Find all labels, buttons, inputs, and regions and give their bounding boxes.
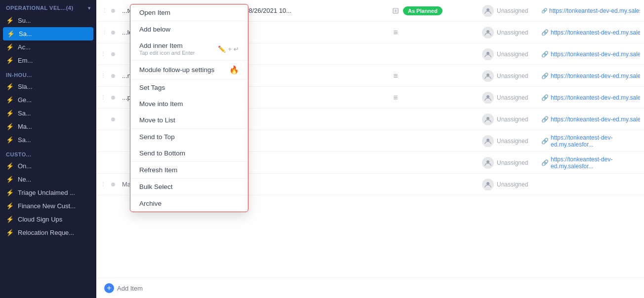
menu-item-label: Module follow-up settings xyxy=(139,66,214,74)
sidebar-item-tr[interactable]: ⚡ Triage Unclaimed ... xyxy=(0,186,96,199)
sidebar-item-re[interactable]: ⚡ Relocation Reque... xyxy=(0,226,96,239)
context-menu-item-open-item[interactable]: Open Item xyxy=(130,4,248,21)
sidebar-item-label: Sla... xyxy=(18,83,33,90)
menu-item-label: Open Item xyxy=(139,9,170,16)
menu-item-label: Add inner Item xyxy=(139,42,195,49)
context-menu-item-bulk-select[interactable]: Bulk Select xyxy=(130,179,248,195)
table-area: ⋮ ...tory using 'Create NDA & Send to Le… xyxy=(96,0,644,278)
menu-item-label: Move into Item xyxy=(139,100,183,108)
section-header-label: OPERATIONAL VEL...(4) xyxy=(6,5,74,11)
menu-item-label: Set Tags xyxy=(139,84,165,91)
sidebar-item-sa[interactable]: ⚡ Sa... xyxy=(3,27,93,40)
menu-item-label: Bulk Select xyxy=(139,183,173,190)
bolt-icon-blue: ⚡ xyxy=(7,30,15,37)
bolt-icon: ⚡ xyxy=(6,96,14,104)
menu-item-label: Add below xyxy=(139,26,170,33)
bolt-icon: ⚡ xyxy=(6,216,14,223)
edit-icon: ✏️ xyxy=(218,45,226,53)
menu-item-sublabel: Tap edit icon and Enter xyxy=(139,50,195,56)
custom-section-label: CUSTO... xyxy=(0,147,96,159)
sidebar-item-ge[interactable]: ⚡ Ge... xyxy=(0,93,96,107)
context-menu-item-move-to-list[interactable]: Move to List xyxy=(130,112,248,128)
bolt-icon: ⚡ xyxy=(6,229,14,236)
sidebar-item-cl[interactable]: ⚡ Cloud Sign Ups xyxy=(0,213,96,226)
in-house-section-label: IN-HOU... xyxy=(0,67,96,80)
menu-item-content: Add inner Item Tap edit icon and Enter xyxy=(139,42,195,56)
sidebar-item-label: Em... xyxy=(18,57,33,64)
bolt-icon: ⚡ xyxy=(6,110,14,117)
sidebar-item-label: Sa... xyxy=(18,136,31,144)
sidebar-item-sl[interactable]: ⚡ Sla... xyxy=(0,80,96,93)
context-menu-item-move-into-item[interactable]: Move into Item xyxy=(130,96,248,112)
sidebar-item-su[interactable]: ⚡ Su... xyxy=(0,14,96,27)
context-menu-item-module-follow-up[interactable]: Module follow-up settings 🔥 xyxy=(130,61,248,79)
main-content: ⋮ ...tory using 'Create NDA & Send to Le… xyxy=(96,0,644,298)
bolt-icon: ⚡ xyxy=(6,57,14,64)
sidebar-item-label: Ac... xyxy=(18,43,31,51)
sidebar-item-label: Sa... xyxy=(19,30,32,37)
context-menu: Open Item Add below Add inner Item Tap e… xyxy=(130,4,248,212)
sidebar-item-fi[interactable]: ⚡ Finance New Cust... xyxy=(0,199,96,213)
bolt-icon: ⚡ xyxy=(6,162,14,170)
sidebar-item-label: Ma... xyxy=(18,123,32,130)
add-icon: + xyxy=(104,283,114,293)
menu-item-label: Send to Bottom xyxy=(139,149,185,157)
sidebar-item-ne[interactable]: ⚡ Ne... xyxy=(0,173,96,186)
bolt-icon: ⚡ xyxy=(6,176,14,183)
menu-item-icons: ✏️ + ↵ xyxy=(218,45,239,53)
sidebar-item-ma[interactable]: ⚡ Ma... xyxy=(0,120,96,133)
context-menu-item-add-inner[interactable]: Add inner Item Tap edit icon and Enter ✏… xyxy=(130,37,248,60)
plus-icon: + xyxy=(228,45,232,53)
menu-item-label: Move to List xyxy=(139,116,175,124)
bolt-icon: ⚡ xyxy=(6,43,14,51)
menu-item-label: Refresh Item xyxy=(139,166,177,174)
bolt-icon: ⚡ xyxy=(6,202,14,210)
sidebar: OPERATIONAL VEL...(4) ▾ ⚡ Su... ⚡ Sa... … xyxy=(0,0,96,298)
context-menu-item-set-tags[interactable]: Set Tags xyxy=(130,79,248,96)
chevron-down-icon: ▾ xyxy=(88,5,91,11)
menu-item-label: Archive xyxy=(139,200,161,207)
sidebar-item-ac[interactable]: ⚡ Ac... xyxy=(0,40,96,54)
context-menu-item-archive[interactable]: Archive xyxy=(130,195,248,212)
context-menu-overlay: Open Item Add below Add inner Item Tap e… xyxy=(96,0,644,278)
sidebar-item-on[interactable]: ⚡ On... xyxy=(0,159,96,173)
sidebar-item-em[interactable]: ⚡ Em... xyxy=(0,54,96,67)
sidebar-item-sa2[interactable]: ⚡ Sa... xyxy=(0,107,96,120)
sidebar-item-label: Su... xyxy=(18,17,31,24)
sidebar-item-label: Cloud Sign Ups xyxy=(18,216,62,223)
menu-item-label: Send to Top xyxy=(139,133,175,141)
context-menu-item-refresh-item[interactable]: Refresh Item xyxy=(130,162,248,178)
bolt-icon: ⚡ xyxy=(6,123,14,130)
sidebar-item-label: On... xyxy=(18,162,32,170)
sidebar-item-label: Finance New Cust... xyxy=(18,202,76,210)
sidebar-item-label: Triage Unclaimed ... xyxy=(18,189,75,196)
add-item-footer[interactable]: + Add Item xyxy=(96,278,644,298)
add-item-label: Add Item xyxy=(117,285,143,292)
bolt-icon: ⚡ xyxy=(6,17,14,24)
fire-icon: 🔥 xyxy=(229,65,239,74)
sidebar-item-sa3[interactable]: ⚡ Sa... xyxy=(0,133,96,147)
context-menu-item-send-to-bottom[interactable]: Send to Bottom xyxy=(130,145,248,161)
bolt-icon: ⚡ xyxy=(6,136,14,144)
sidebar-item-label: Sa... xyxy=(18,110,31,117)
bolt-icon: ⚡ xyxy=(6,83,14,90)
bolt-icon: ⚡ xyxy=(6,189,14,196)
context-menu-item-send-to-top[interactable]: Send to Top xyxy=(130,129,248,145)
sidebar-item-label: Relocation Reque... xyxy=(18,229,74,236)
sidebar-item-label: Ge... xyxy=(18,96,32,104)
sidebar-item-label: Ne... xyxy=(18,176,31,183)
context-menu-item-add-below[interactable]: Add below xyxy=(130,21,248,37)
return-icon: ↵ xyxy=(234,45,239,53)
sidebar-section-header[interactable]: OPERATIONAL VEL...(4) ▾ xyxy=(0,0,96,14)
